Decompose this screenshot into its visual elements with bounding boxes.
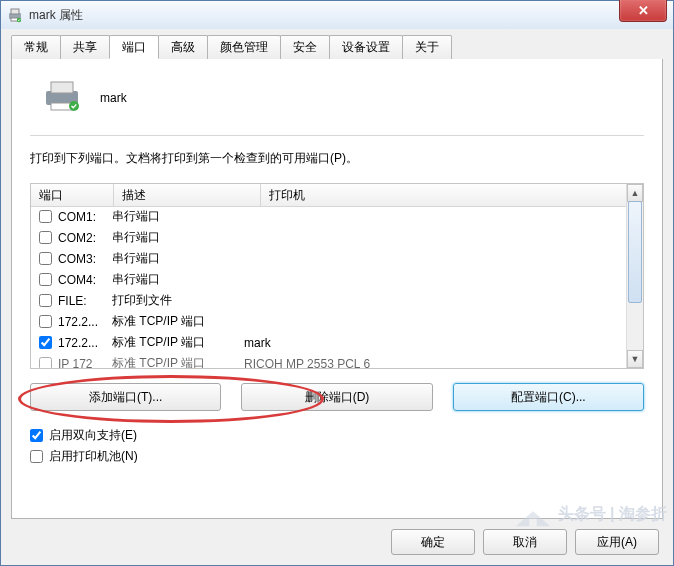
port-name: COM2: — [58, 231, 112, 245]
svg-point-7 — [69, 101, 79, 111]
port-name: COM1: — [58, 210, 112, 224]
port-name: FILE: — [58, 294, 112, 308]
separator — [30, 135, 644, 136]
bidir-checkbox[interactable] — [30, 429, 43, 442]
scroll-down-icon[interactable]: ▼ — [627, 350, 643, 368]
port-checkbox[interactable] — [39, 357, 52, 368]
port-checkbox[interactable] — [39, 315, 52, 328]
dialog-footer: 确定 取消 应用(A) — [391, 529, 659, 555]
svg-rect-5 — [51, 82, 73, 93]
port-name: COM3: — [58, 252, 112, 266]
titlebar[interactable]: mark 属性 ✕ — [1, 1, 673, 30]
close-button[interactable]: ✕ — [619, 0, 667, 22]
properties-dialog: mark 属性 ✕ 常规 共享 端口 高级 颜色管理 安全 设备设置 关于 ma… — [0, 0, 674, 566]
tab-ports[interactable]: 端口 — [109, 35, 159, 59]
col-desc[interactable]: 描述 — [114, 184, 261, 206]
port-row[interactable]: 172.2...标准 TCP/IP 端口mark — [31, 332, 627, 353]
port-desc: 标准 TCP/IP 端口 — [112, 313, 244, 330]
tab-device[interactable]: 设备设置 — [329, 35, 403, 59]
port-checkbox[interactable] — [39, 336, 52, 349]
bidir-option[interactable]: 启用双向支持(E) — [30, 427, 644, 444]
port-buttons: 添加端口(T)... 删除端口(D) 配置端口(C)... — [30, 383, 644, 411]
port-row[interactable]: COM1:串行端口 — [31, 206, 627, 227]
printer-name: mark — [100, 91, 127, 105]
delete-port-button[interactable]: 删除端口(D) — [241, 383, 432, 411]
pool-label: 启用打印机池(N) — [49, 448, 138, 465]
ok-button[interactable]: 确定 — [391, 529, 475, 555]
port-checkbox[interactable] — [39, 294, 52, 307]
scroll-up-icon[interactable]: ▲ — [627, 184, 643, 202]
cancel-button[interactable]: 取消 — [483, 529, 567, 555]
port-row[interactable]: COM4:串行端口 — [31, 269, 627, 290]
instruction-text: 打印到下列端口。文档将打印到第一个检查到的可用端口(P)。 — [30, 150, 644, 167]
port-checkbox[interactable] — [39, 273, 52, 286]
port-printer: RICOH MP 2553 PCL 6 — [244, 357, 627, 369]
bidir-label: 启用双向支持(E) — [49, 427, 137, 444]
port-row[interactable]: FILE:打印到文件 — [31, 290, 627, 311]
port-desc: 串行端口 — [112, 229, 244, 246]
ports-list: 端口 描述 打印机 COM1:串行端口COM2:串行端口COM3:串行端口COM… — [30, 183, 644, 369]
tab-row: 常规 共享 端口 高级 颜色管理 安全 设备设置 关于 — [1, 29, 673, 59]
client-area: 常规 共享 端口 高级 颜色管理 安全 设备设置 关于 mark 打印到下列端口… — [1, 29, 673, 565]
config-port-button[interactable]: 配置端口(C)... — [453, 383, 644, 411]
pool-checkbox[interactable] — [30, 450, 43, 463]
svg-rect-8 — [529, 519, 537, 527]
svg-rect-1 — [11, 9, 19, 14]
printer-header: mark — [42, 78, 644, 117]
tab-sharing[interactable]: 共享 — [60, 35, 110, 59]
port-printer: mark — [244, 336, 627, 350]
add-port-button[interactable]: 添加端口(T)... — [30, 383, 221, 411]
col-port[interactable]: 端口 — [31, 184, 114, 206]
tab-color[interactable]: 颜色管理 — [207, 35, 281, 59]
tab-security[interactable]: 安全 — [280, 35, 330, 59]
port-row[interactable]: COM3:串行端口 — [31, 248, 627, 269]
port-desc: 打印到文件 — [112, 292, 244, 309]
port-name: COM4: — [58, 273, 112, 287]
tab-about[interactable]: 关于 — [402, 35, 452, 59]
port-row[interactable]: COM2:串行端口 — [31, 227, 627, 248]
port-name: IP 172 — [58, 357, 112, 369]
pool-option[interactable]: 启用打印机池(N) — [30, 448, 644, 465]
printer-icon — [7, 7, 23, 23]
port-name: 172.2... — [58, 336, 112, 350]
port-checkbox[interactable] — [39, 231, 52, 244]
ports-rows: COM1:串行端口COM2:串行端口COM3:串行端口COM4:串行端口FILE… — [31, 206, 627, 368]
port-desc: 标准 TCP/IP 端口 — [112, 334, 244, 351]
tab-advanced[interactable]: 高级 — [158, 35, 208, 59]
port-row[interactable]: IP 172标准 TCP/IP 端口RICOH MP 2553 PCL 6 — [31, 353, 627, 368]
close-icon: ✕ — [638, 3, 649, 18]
port-checkbox[interactable] — [39, 252, 52, 265]
port-desc: 串行端口 — [112, 208, 244, 225]
tab-general[interactable]: 常规 — [11, 35, 61, 59]
scroll-thumb[interactable] — [628, 201, 642, 303]
port-desc: 标准 TCP/IP 端口 — [112, 355, 244, 368]
port-checkbox[interactable] — [39, 210, 52, 223]
ports-header: 端口 描述 打印机 — [31, 184, 643, 207]
port-row[interactable]: 172.2...标准 TCP/IP 端口 — [31, 311, 627, 332]
port-desc: 串行端口 — [112, 250, 244, 267]
ports-panel: mark 打印到下列端口。文档将打印到第一个检查到的可用端口(P)。 端口 描述… — [11, 57, 663, 519]
window-title: mark 属性 — [29, 7, 83, 24]
scrollbar[interactable]: ▲ ▼ — [626, 184, 643, 368]
col-printer[interactable]: 打印机 — [261, 184, 643, 206]
port-name: 172.2... — [58, 315, 112, 329]
apply-button[interactable]: 应用(A) — [575, 529, 659, 555]
port-desc: 串行端口 — [112, 271, 244, 288]
printer-large-icon — [42, 78, 82, 117]
